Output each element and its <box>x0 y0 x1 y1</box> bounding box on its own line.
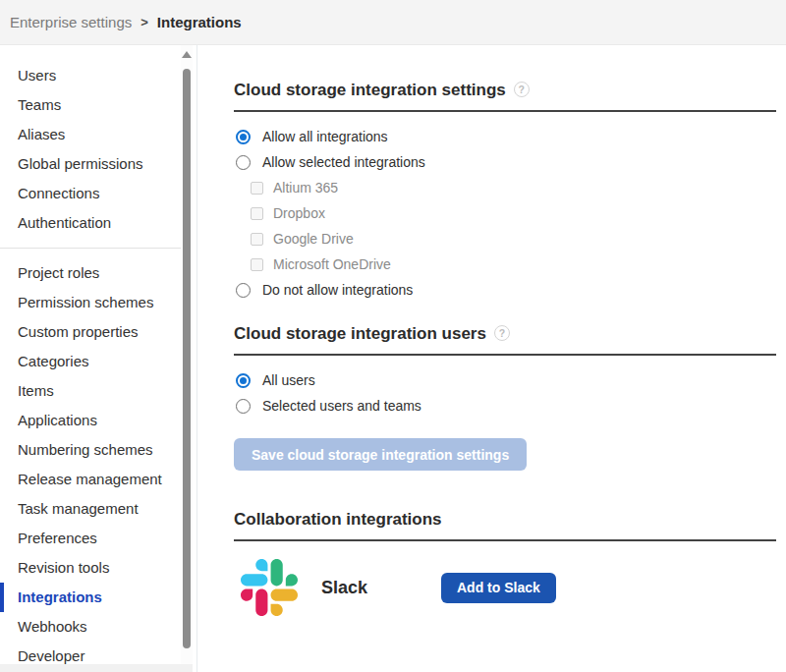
checkbox-google-drive[interactable]: Google Drive <box>251 226 776 252</box>
sidebar-item-webhooks[interactable]: Webhooks <box>0 612 181 642</box>
sidebar-item-applications[interactable]: Applications <box>0 406 181 435</box>
integration-name: Slack <box>321 578 441 598</box>
checkbox-label: Dropbox <box>273 205 325 221</box>
sidebar-item-connections[interactable]: Connections <box>0 179 181 208</box>
scrollbar-thumb[interactable] <box>183 69 191 648</box>
help-icon[interactable]: ? <box>514 82 530 97</box>
checkbox-label: Altium 365 <box>273 180 338 196</box>
enterprise-settings-page: Enterprise settings > Integrations Users… <box>0 0 786 672</box>
provider-checkbox-group: Altium 365 Dropbox Google Drive Microsof… <box>251 175 776 277</box>
radio-do-not-allow-integrations[interactable]: Do not allow integrations <box>234 277 776 303</box>
breadcrumb: Enterprise settings > Integrations <box>0 0 786 45</box>
slack-logo-icon <box>241 559 298 616</box>
checkbox-unchecked-icon <box>251 182 263 195</box>
sidebar-item-aliases[interactable]: Aliases <box>0 120 181 149</box>
sidebar-item-project-roles[interactable]: Project roles <box>0 258 181 288</box>
integration-users-options: All users Selected users and teams <box>234 356 776 424</box>
section-title-text: Cloud storage integration users <box>234 324 486 343</box>
sidebar-item-permission-schemes[interactable]: Permission schemes <box>0 288 181 317</box>
section-title-collaboration-integrations: Collaboration integrations <box>234 471 776 541</box>
sidebar-item-numbering-schemes[interactable]: Numbering schemes <box>0 435 181 465</box>
save-cloud-storage-settings-button[interactable]: Save cloud storage integration settings <box>234 438 527 471</box>
radio-unselected-icon <box>236 155 251 170</box>
checkbox-label: Microsoft OneDrive <box>273 256 391 272</box>
radio-unselected-icon <box>236 399 251 414</box>
section-title-text: Collaboration integrations <box>234 510 442 529</box>
add-to-slack-button[interactable]: Add to Slack <box>441 573 556 603</box>
radio-label: Selected users and teams <box>262 398 421 414</box>
radio-allow-selected-integrations[interactable]: Allow selected integrations <box>234 149 776 175</box>
radio-selected-users-and-teams[interactable]: Selected users and teams <box>234 393 776 419</box>
sidebar-content-divider <box>196 45 197 672</box>
sidebar-item-integrations[interactable]: Integrations <box>0 583 181 612</box>
checkbox-unchecked-icon <box>251 207 263 220</box>
sidebar-item-categories[interactable]: Categories <box>0 347 181 376</box>
sidebar-item-teams[interactable]: Teams <box>0 90 181 120</box>
radio-allow-all-integrations[interactable]: Allow all integrations <box>234 124 776 149</box>
sidebar-scrollbar[interactable] <box>181 45 193 672</box>
sidebar-item-authentication[interactable]: Authentication <box>0 208 181 238</box>
checkbox-altium-365[interactable]: Altium 365 <box>251 175 776 200</box>
sidebar-item-users[interactable]: Users <box>0 61 181 90</box>
checkbox-label: Google Drive <box>273 231 354 247</box>
sidebar-item-items[interactable]: Items <box>0 376 181 406</box>
section-title-cloud-storage-users: Cloud storage integration users? <box>234 308 776 356</box>
sidebar-item-task-management[interactable]: Task management <box>0 494 181 524</box>
radio-all-users[interactable]: All users <box>234 367 776 393</box>
radio-label: Allow all integrations <box>262 129 388 144</box>
radio-label: Do not allow integrations <box>262 282 413 298</box>
sidebar-item-developer[interactable]: Developer <box>0 642 181 664</box>
checkbox-unchecked-icon <box>251 258 263 271</box>
radio-label: All users <box>262 372 315 388</box>
breadcrumb-chevron-icon: > <box>140 15 148 29</box>
sidebar-item-global-permissions[interactable]: Global permissions <box>0 149 181 179</box>
checkbox-unchecked-icon <box>251 233 263 246</box>
section-title-cloud-storage-settings: Cloud storage integration settings? <box>234 45 776 112</box>
sidebar-item-revision-tools[interactable]: Revision tools <box>0 553 181 583</box>
sidebar-item-custom-properties[interactable]: Custom properties <box>0 317 181 347</box>
settings-sidebar: Users Teams Aliases Global permissions C… <box>0 45 181 664</box>
scroll-up-arrow-icon[interactable] <box>182 51 192 58</box>
radio-label: Allow selected integrations <box>262 154 425 170</box>
radio-unselected-icon <box>236 283 251 298</box>
breadcrumb-integrations: Integrations <box>157 14 242 30</box>
sidebar-divider <box>0 248 181 249</box>
help-icon[interactable]: ? <box>494 325 510 341</box>
integration-allow-options: Allow all integrations Allow selected in… <box>234 112 776 308</box>
sidebar-item-release-management[interactable]: Release management <box>0 465 181 494</box>
integrations-content: Cloud storage integration settings? Allo… <box>234 45 776 616</box>
radio-selected-icon <box>236 130 251 144</box>
sidebar-item-preferences[interactable]: Preferences <box>0 524 181 553</box>
sidebar-horizontal-scroll-track <box>0 664 193 672</box>
radio-selected-icon <box>236 373 251 388</box>
checkbox-dropbox[interactable]: Dropbox <box>251 200 776 226</box>
breadcrumb-enterprise-settings[interactable]: Enterprise settings <box>10 14 132 30</box>
slack-integration-row: Slack Add to Slack <box>234 559 776 616</box>
section-title-text: Cloud storage integration settings <box>234 81 506 99</box>
checkbox-microsoft-onedrive[interactable]: Microsoft OneDrive <box>251 252 776 277</box>
